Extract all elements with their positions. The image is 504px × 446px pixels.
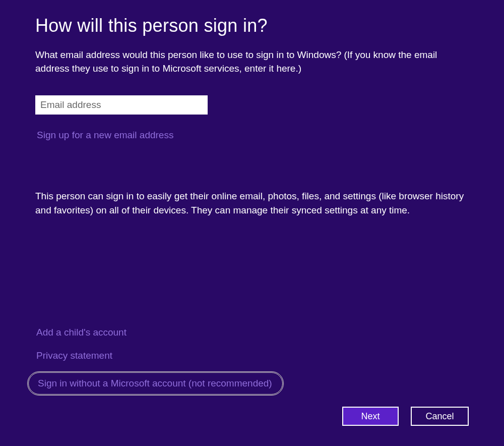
email-input[interactable] <box>35 95 208 115</box>
add-child-account-link[interactable]: Add a child's account <box>36 327 127 338</box>
description-text: What email address would this person lik… <box>35 48 469 75</box>
cancel-button[interactable]: Cancel <box>411 407 469 426</box>
page-title: How will this person sign in? <box>35 15 469 36</box>
privacy-statement-link[interactable]: Privacy statement <box>36 350 112 361</box>
sign-in-without-account-link[interactable]: Sign in without a Microsoft account (not… <box>38 378 272 389</box>
signup-new-email-link[interactable]: Sign up for a new email address <box>37 130 173 141</box>
sign-in-without-account-highlight: Sign in without a Microsoft account (not… <box>27 371 284 396</box>
next-button[interactable]: Next <box>342 407 399 426</box>
info-text: This person can sign in to easily get th… <box>35 189 469 217</box>
